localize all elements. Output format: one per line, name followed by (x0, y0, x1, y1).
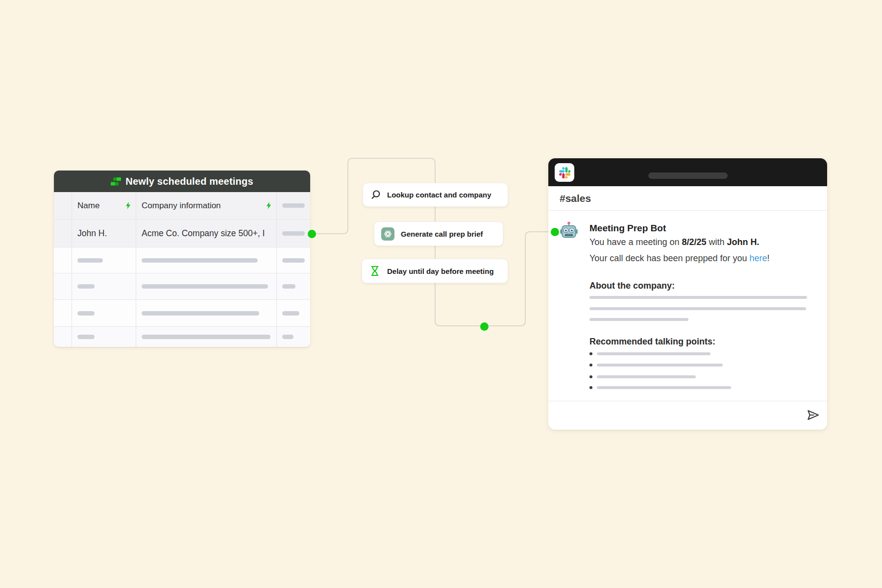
placeholder-bar (142, 258, 258, 263)
placeholder-bar (597, 352, 710, 355)
table-row[interactable] (54, 273, 310, 300)
placeholder-bar (597, 364, 723, 367)
flow-dot-delay-output (480, 322, 489, 331)
placeholder-bar (77, 258, 103, 263)
row-handle-column-header (54, 192, 72, 219)
placeholder-bar (597, 386, 731, 389)
table-title-bar: Newly scheduled meetings (54, 171, 310, 192)
message-text: ! (767, 253, 770, 263)
row-handle (54, 300, 72, 326)
placeholder-bar (77, 311, 95, 316)
step-lookup-contact[interactable]: Lookup contact and company (363, 183, 508, 207)
placeholder-bar (282, 311, 299, 316)
placeholder-bar (77, 335, 95, 339)
talking-points-heading: Recommended talking points: (589, 337, 715, 347)
send-icon (806, 408, 820, 422)
placeholder-bar (282, 231, 305, 236)
meeting-date: 8/2/25 (682, 237, 706, 247)
bullet-dot (589, 386, 592, 389)
placeholder-bar (589, 307, 806, 310)
placeholder-bar (282, 203, 305, 208)
step-label: Delay until day before meeting (387, 267, 494, 275)
channel-header: #sales (548, 186, 827, 211)
table-row[interactable] (54, 327, 310, 347)
canvas: Newly scheduled meetings Name Company in… (0, 0, 882, 588)
placeholder-bar (142, 311, 259, 316)
table-title: Newly scheduled meetings (125, 176, 253, 187)
placeholder-bar (142, 335, 270, 339)
step-delay[interactable]: Delay until day before meeting (362, 259, 508, 283)
bullet-dot (589, 364, 592, 367)
cell-company: Acme Co. Company size 500+, I (142, 228, 265, 239)
message-input[interactable] (548, 401, 827, 430)
message-text: You have a meeting on (589, 237, 682, 247)
zap-icon (266, 202, 271, 209)
slack-window: #sales Meeting Prep Bot You hav (548, 158, 827, 430)
slack-titlebar (548, 158, 827, 186)
slack-logo-tile (555, 163, 574, 182)
cell-name: John H. (77, 228, 107, 239)
hourglass-icon (369, 265, 381, 277)
column-header-company: Company information (136, 192, 277, 219)
bullet-dot (589, 375, 592, 378)
placeholder-bar (282, 335, 294, 339)
placeholder-bar (142, 284, 268, 289)
send-button[interactable] (806, 408, 820, 422)
table-row[interactable] (54, 300, 310, 327)
zap-icon (125, 202, 131, 209)
row-handle (54, 220, 72, 247)
slack-logo-icon (559, 167, 570, 178)
placeholder-bar (282, 258, 305, 263)
column-label: Company information (142, 201, 221, 211)
call-deck-link[interactable]: here (750, 253, 767, 263)
placeholder-bar (597, 375, 696, 378)
column-header-name: Name (72, 192, 136, 219)
column-header-extra (277, 192, 310, 219)
search-icon (370, 190, 381, 200)
step-label: Generate call prep brief (401, 230, 483, 238)
message-text: with (707, 237, 727, 247)
placeholder-bar (282, 284, 295, 289)
tables-icon (111, 177, 121, 186)
about-heading: About the company: (589, 281, 675, 291)
bot-name: Meeting Prep Bot (589, 223, 666, 234)
channel-name: #sales (560, 193, 591, 204)
flow-dot-table-output (308, 230, 316, 238)
placeholder-bar (589, 318, 688, 321)
step-generate-brief[interactable]: Generate call prep brief (374, 221, 503, 246)
placeholder-bar (589, 296, 807, 299)
contact-name: John H. (727, 237, 760, 247)
placeholder-bar (77, 284, 95, 289)
table-row[interactable] (54, 247, 310, 273)
message-line-2: Your call deck has been prepped for you … (589, 253, 770, 264)
column-label: Name (77, 201, 99, 211)
flow-dot-slack-input (551, 228, 559, 236)
message-text: Your call deck has been prepped for you (589, 253, 750, 263)
step-label: Lookup contact and company (387, 191, 491, 199)
bullet-dot (589, 352, 592, 355)
meetings-table: Newly scheduled meetings Name Company in… (54, 171, 310, 347)
row-handle (54, 327, 72, 347)
openai-icon (381, 227, 394, 241)
robot-avatar-icon (559, 220, 579, 240)
row-handle (54, 273, 72, 299)
window-title-placeholder (648, 172, 728, 179)
message-line-1: You have a meeting on 8/2/25 with John H… (589, 237, 760, 247)
row-handle (54, 247, 72, 273)
table-header-row: Name Company information (54, 192, 310, 220)
table-row[interactable]: John H. Acme Co. Company size 500+, I (54, 220, 310, 247)
